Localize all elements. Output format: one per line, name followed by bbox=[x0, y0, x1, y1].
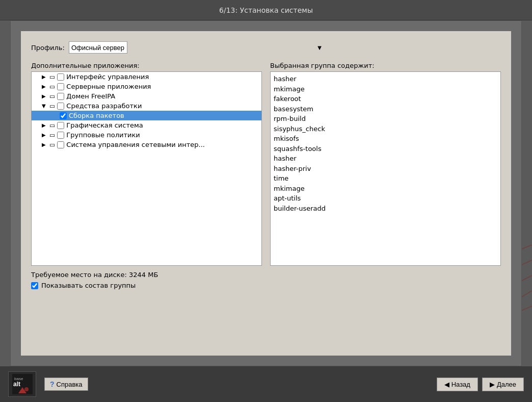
svg-point-12 bbox=[24, 387, 29, 391]
folder-icon-2: ▭ bbox=[49, 83, 55, 90]
columns-area: Дополнительные приложения: ▶ ▭ Интерфейс… bbox=[31, 62, 501, 266]
tree-item-2[interactable]: ▶ ▭ Серверные приложения bbox=[32, 82, 261, 91]
arrow-icon-2: ▶ bbox=[42, 84, 48, 89]
tree-item-label-4a: Сборка пакетов bbox=[69, 112, 124, 119]
tree-list[interactable]: ▶ ▭ Интерфейс управления ▶ ▭ Серверные п… bbox=[31, 71, 262, 266]
tree-item-4[interactable]: ▼ ▭ Средства разработки bbox=[32, 101, 261, 111]
checkbox-4a[interactable] bbox=[60, 112, 67, 119]
arrow-icon-4a bbox=[52, 113, 58, 118]
package-list-item: apt-utils bbox=[274, 193, 497, 204]
next-button-label: Далее bbox=[497, 381, 516, 388]
package-list-item: mkimage bbox=[274, 84, 497, 94]
tree-item-label-6: Групповые политики bbox=[66, 131, 140, 139]
package-list-item: hasher bbox=[274, 74, 497, 84]
help-button[interactable]: ? Справка bbox=[44, 378, 88, 391]
tree-item-1[interactable]: ▶ ▭ Интерфейс управления bbox=[32, 72, 261, 82]
checkbox-3[interactable] bbox=[57, 93, 64, 100]
show-group-row: Показывать состав группы bbox=[31, 282, 501, 289]
package-list-item: mkimage bbox=[274, 184, 497, 194]
checkbox-5[interactable] bbox=[57, 122, 64, 129]
profile-label: Профиль: bbox=[31, 44, 65, 52]
checkbox-2[interactable] bbox=[57, 83, 64, 90]
folder-icon-7: ▭ bbox=[49, 141, 55, 148]
tree-item-label-5: Графическая система bbox=[66, 121, 143, 129]
folder-icon-4: ▭ bbox=[49, 103, 55, 110]
package-list-item: mkisofs bbox=[274, 134, 497, 144]
bottom-info: Требуемое место на диске: 3244 МБ Показы… bbox=[31, 271, 501, 289]
arrow-icon-5: ▶ bbox=[42, 122, 48, 128]
next-icon: ▶ bbox=[490, 381, 495, 388]
tree-item-label-4: Средства разработки bbox=[66, 102, 142, 110]
tree-item-label-7: Система управления сетевыми интер... bbox=[66, 141, 205, 148]
arrow-icon-4: ▼ bbox=[42, 103, 48, 109]
svg-text:alt: alt bbox=[13, 381, 20, 388]
page-title: 6/13: Установка системы bbox=[219, 6, 313, 14]
folder-icon-6: ▭ bbox=[49, 132, 55, 139]
right-column-header: Выбранная группа содержит: bbox=[270, 62, 501, 69]
next-button[interactable]: ▶ Далее bbox=[482, 378, 524, 391]
back-button[interactable]: ◀ Назад bbox=[437, 378, 478, 391]
column-right: Выбранная группа содержит: hashermkimage… bbox=[270, 62, 501, 266]
folder-icon-1: ▭ bbox=[49, 73, 55, 81]
checkbox-4[interactable] bbox=[57, 103, 64, 110]
checkbox-1[interactable] bbox=[57, 73, 64, 81]
tree-item-6[interactable]: ▶ ▭ Групповые политики bbox=[32, 130, 261, 140]
logo-box: base alt bbox=[8, 371, 36, 397]
arrow-icon-6: ▶ bbox=[42, 132, 48, 138]
package-list-item: builder-useradd bbox=[274, 204, 497, 214]
disk-space-text: Требуемое место на диске: 3244 МБ bbox=[31, 271, 501, 279]
tree-item-label-2: Серверные приложения bbox=[66, 83, 151, 90]
package-list-item: squashfs-tools bbox=[274, 144, 497, 154]
profile-select-wrapper: Офисный сервер Рабочая станция Сервер bbox=[69, 41, 324, 54]
help-button-label: Справка bbox=[57, 381, 83, 388]
main-content: Профиль: Офисный сервер Рабочая станция … bbox=[10, 20, 522, 366]
logo-svg: base alt bbox=[12, 374, 33, 394]
arrow-icon-7: ▶ bbox=[42, 142, 48, 147]
tree-item-label-1: Интерфейс управления bbox=[66, 73, 149, 81]
profile-select[interactable]: Офисный сервер Рабочая станция Сервер bbox=[69, 41, 127, 54]
back-button-label: Назад bbox=[451, 381, 470, 388]
arrow-icon-3: ▶ bbox=[42, 93, 48, 99]
title-bar: 6/13: Установка системы bbox=[0, 0, 532, 20]
tree-item-5[interactable]: ▶ ▭ Графическая система bbox=[32, 120, 261, 130]
package-list-item: hasher bbox=[274, 154, 497, 164]
arrow-icon-1: ▶ bbox=[42, 74, 48, 80]
checkbox-7[interactable] bbox=[57, 141, 64, 148]
folder-icon-5: ▭ bbox=[49, 122, 55, 129]
column-left: Дополнительные приложения: ▶ ▭ Интерфейс… bbox=[31, 62, 262, 266]
show-group-checkbox[interactable] bbox=[31, 282, 38, 289]
inner-panel: Профиль: Офисный сервер Рабочая станция … bbox=[21, 31, 511, 356]
package-list-item: rpm-build bbox=[274, 114, 497, 124]
package-list-item: basesystem bbox=[274, 104, 497, 114]
package-list: hashermkimagefakerootbasesystemrpm-build… bbox=[270, 71, 501, 266]
help-icon: ? bbox=[50, 380, 55, 388]
bottom-bar: base alt ? Справка ◀ Назад ▶ Далее bbox=[0, 366, 532, 402]
package-list-item: time bbox=[274, 173, 497, 184]
show-group-label: Показывать состав группы bbox=[41, 282, 136, 289]
package-list-item: sisyphus_check bbox=[274, 124, 497, 134]
checkbox-6[interactable] bbox=[57, 132, 64, 139]
tree-item-4a[interactable]: Сборка пакетов bbox=[32, 111, 261, 120]
profile-row: Профиль: Офисный сервер Рабочая станция … bbox=[31, 41, 501, 54]
tree-item-label-3: Домен FreeIPA bbox=[66, 92, 115, 100]
logo-area: base alt bbox=[8, 371, 36, 397]
left-column-header: Дополнительные приложения: bbox=[31, 62, 262, 69]
tree-item-3[interactable]: ▶ ▭ Домен FreeIPA bbox=[32, 91, 261, 101]
tree-item-7[interactable]: ▶ ▭ Система управления сетевыми интер... bbox=[32, 140, 261, 149]
nav-buttons: ◀ Назад ▶ Далее bbox=[437, 378, 524, 391]
package-list-item: fakeroot bbox=[274, 94, 497, 104]
folder-icon-3: ▭ bbox=[49, 93, 55, 100]
back-icon: ◀ bbox=[444, 381, 449, 388]
package-list-item: hasher-priv bbox=[274, 164, 497, 174]
